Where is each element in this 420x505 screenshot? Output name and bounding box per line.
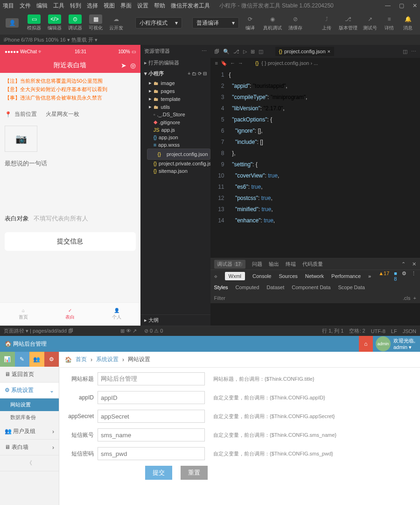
tab-confess[interactable]: ✓表白	[47, 303, 93, 326]
crumb-sys[interactable]: 系统设置	[96, 356, 119, 363]
tree-file[interactable]: JSapp.js	[147, 126, 210, 134]
folder-actions[interactable]: + 🗀 ⟳ ⊟	[188, 71, 206, 76]
editor-action-icon[interactable]: 🗐	[214, 49, 219, 54]
bookmark-icon[interactable]: 🔖	[221, 60, 227, 66]
tree-file[interactable]: ◆.gitignore	[147, 118, 210, 126]
close-icon[interactable]: ✕	[412, 261, 416, 267]
minimize-icon[interactable]: —	[385, 2, 391, 9]
quick-btn[interactable]: ⚙	[44, 352, 59, 367]
wxml-tab[interactable]: Wxml	[225, 272, 245, 280]
nav-fwd-icon[interactable]: →	[238, 60, 243, 66]
menu-item[interactable]: 项目	[3, 2, 14, 10]
tree-folder[interactable]: ▸ 🖿template	[147, 95, 210, 103]
quick-btn[interactable]: 👥	[29, 352, 44, 367]
menu-item[interactable]: 编辑	[36, 2, 48, 10]
dataset-tab[interactable]: Dataset	[266, 285, 284, 290]
editor-action-icon[interactable]: ⎇	[233, 49, 239, 55]
quality-tab[interactable]: 代码质量	[302, 261, 323, 268]
tree-file[interactable]: {}sitemap.json	[147, 167, 210, 175]
simulator-button[interactable]: ▭	[28, 14, 41, 24]
copy-icon[interactable]: 🗐	[68, 328, 73, 334]
nav-icon[interactable]: ➤	[121, 62, 126, 69]
tree-file[interactable]: {}app.json	[147, 134, 210, 141]
error-count[interactable]: ■ 8	[394, 270, 397, 282]
eol[interactable]: LF	[391, 328, 397, 334]
upload-button[interactable]: ⤴	[320, 14, 333, 24]
more-tabs-icon[interactable]: »	[368, 273, 371, 279]
styles-tab[interactable]: Styles	[214, 285, 228, 290]
detail-button[interactable]: ≡	[383, 14, 396, 24]
spaces[interactable]: 空格: 2	[349, 327, 365, 334]
outline-section[interactable]: ▸ 大纲	[144, 317, 207, 324]
submit-button[interactable]: 提交信息	[5, 232, 136, 251]
cloud-button[interactable]: ☁	[110, 14, 123, 24]
encoding[interactable]: UTF-8	[371, 328, 385, 334]
target-placeholder[interactable]: 不填写代表向所有人	[34, 214, 88, 223]
cursor-pos[interactable]: 行 1, 列 1	[322, 327, 343, 334]
debugger-button[interactable]: ⊙	[69, 14, 82, 24]
close-icon[interactable]: ✕	[413, 2, 417, 9]
tree-folder[interactable]: ▸ 🖿pages	[147, 87, 210, 95]
menu-item[interactable]: 转到	[70, 2, 81, 10]
form-input[interactable]	[98, 447, 205, 460]
tree-folder[interactable]: ▸ 🖿utils	[147, 103, 210, 111]
clear-button[interactable]: ⊘	[289, 14, 302, 24]
tab-profile[interactable]: 👤个人	[93, 303, 140, 326]
inspect-icon[interactable]: ⟐	[214, 273, 217, 279]
problems-tab[interactable]: 问题	[252, 261, 262, 268]
sidebar-users[interactable]: 👥 用户及组›	[0, 424, 59, 440]
test-button[interactable]: ↗	[364, 14, 377, 24]
sidebar-wall[interactable]: 🖥 表白墙›	[0, 440, 59, 455]
tree-file[interactable]: {}project.private.config.js...	[147, 160, 210, 167]
menu-item[interactable]: 设置	[137, 2, 148, 10]
component-tab[interactable]: Component Data	[292, 285, 330, 290]
close-tab-icon[interactable]: ×	[328, 49, 330, 54]
add-icon[interactable]: +	[413, 295, 416, 301]
open-editors-section[interactable]: ▸ 打开的编辑器	[140, 57, 210, 68]
more-icon[interactable]: ⋯	[411, 49, 416, 55]
menu-item[interactable]: 工具	[53, 2, 64, 10]
form-input[interactable]	[98, 410, 205, 423]
menu-item[interactable]: 文件	[20, 2, 31, 10]
network-tab[interactable]: Network	[305, 273, 324, 279]
device-bar[interactable]: iPhone 6/7/8 Plus 100% 16 ▾ 热重载 开 ▾	[0, 35, 420, 45]
debugger-tab[interactable]: 调试器 17	[214, 260, 245, 269]
split-icon[interactable]: ◫	[403, 49, 407, 55]
form-input[interactable]	[98, 428, 205, 441]
mode-select[interactable]: 小程序模式▾	[135, 17, 182, 28]
expand-icon[interactable]: ↗	[133, 328, 137, 334]
editor-action-icon[interactable]: 🔍	[223, 49, 230, 55]
editor-action-icon[interactable]: ◫	[259, 49, 263, 55]
preview-button[interactable]: ◉	[266, 14, 279, 24]
compile-button[interactable]: ⟳	[244, 14, 257, 24]
crumb-home[interactable]: 首页	[76, 356, 87, 363]
compile-select[interactable]: 普通编译▾	[192, 17, 239, 28]
sidebar-home[interactable]: 🖥 返回首页	[0, 367, 59, 383]
editor-action-icon[interactable]: ⊞	[251, 49, 255, 55]
maximize-icon[interactable]: ▢	[399, 2, 404, 9]
editor-button[interactable]: </>	[48, 14, 61, 24]
filter-input[interactable]: Filter	[214, 295, 225, 301]
tree-file[interactable]: ≡app.wxss	[147, 141, 210, 149]
reset-button[interactable]: 重置	[181, 466, 208, 480]
breadcrumb[interactable]: { } project.config.json › ...	[261, 60, 318, 66]
performance-tab[interactable]: Performance	[331, 273, 361, 279]
scope-tab[interactable]: Scope Data	[338, 285, 364, 290]
version-button[interactable]: ⎇	[342, 14, 355, 24]
tab-home[interactable]: ⌂首页	[0, 303, 47, 326]
more-icon[interactable]: ⋮	[411, 270, 416, 282]
visual-button[interactable]: ▦	[89, 14, 102, 24]
gear-icon[interactable]: ⚙	[402, 270, 406, 282]
quick-btn[interactable]: ✎	[15, 352, 30, 367]
sidebar-collapse[interactable]: 《	[0, 455, 59, 471]
submit-button[interactable]: 提交	[145, 466, 172, 480]
output-tab[interactable]: 输出	[269, 261, 279, 268]
sources-tab[interactable]: Sources	[279, 273, 297, 279]
tree-folder[interactable]: ▸ 🖿image	[147, 79, 210, 87]
collapse-icon[interactable]: ⌃	[401, 261, 406, 267]
sidebar-db-backup[interactable]: 数据库备份	[0, 411, 59, 424]
language[interactable]: JSON	[403, 328, 416, 334]
editor-action-icon[interactable]: ▷	[243, 49, 247, 55]
menu-item[interactable]: 帮助	[154, 2, 165, 10]
sidebar-web-settings[interactable]: 网站设置	[0, 398, 59, 411]
